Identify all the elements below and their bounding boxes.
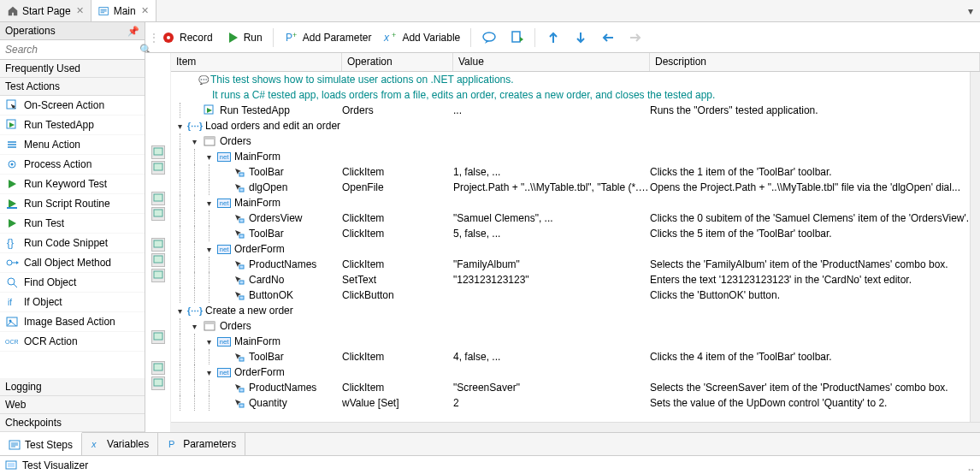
grid-row[interactable]: ToolBarClickItem5, false, ...Clicks the … xyxy=(171,226,980,241)
grid-row[interactable]: ▾netOrderForm xyxy=(171,241,980,257)
braces-blue-icon: {⋯} xyxy=(188,120,202,132)
operation-cell: Orders xyxy=(342,104,453,116)
visualizer-thumbnail-icon[interactable] xyxy=(151,145,165,159)
grid-row[interactable]: ▾{⋯}Load orders and edit an order xyxy=(171,118,980,133)
add-variable-button[interactable]: x+ Add Variable xyxy=(378,27,465,49)
tab-start-page[interactable]: Start Page ✕ xyxy=(0,0,92,21)
grid-row[interactable]: QuantitywValue [Set]2Sets the value of t… xyxy=(171,395,980,411)
grid-row[interactable]: CardNoSetText"123123123123"Enters the te… xyxy=(171,272,980,287)
comment-button[interactable] xyxy=(476,27,502,49)
resize-grip-icon[interactable]: ⣀ xyxy=(967,459,975,471)
action-process-action[interactable]: Process Action xyxy=(0,155,145,175)
collapse-icon[interactable]: ▾ xyxy=(174,121,185,131)
action-call-object-method[interactable]: Call Object Method xyxy=(0,253,145,273)
grid-row[interactable]: ▾{⋯}Create a new order xyxy=(171,303,980,318)
tab-main[interactable]: Main ✕ xyxy=(92,0,156,21)
visualizer-thumbnail-icon[interactable] xyxy=(151,253,165,267)
svg-rect-32 xyxy=(154,210,162,216)
action-menu-action[interactable]: Menu Action xyxy=(0,135,145,155)
indent-button[interactable] xyxy=(623,27,648,49)
add-parameter-button[interactable]: P+ Add Parameter xyxy=(279,27,377,49)
copy-doc-button[interactable] xyxy=(504,27,529,49)
horizontal-scrollbar[interactable] xyxy=(171,422,980,432)
collapse-icon[interactable]: ▾ xyxy=(189,137,199,146)
visualizer-thumbnail-icon[interactable] xyxy=(151,361,165,375)
collapse-icon[interactable]: ▾ xyxy=(174,306,185,316)
vertical-scrollbar[interactable] xyxy=(970,72,980,422)
operations-search: 🔍 xyxy=(0,40,145,60)
visualizer-thumbnail-icon[interactable] xyxy=(151,238,165,252)
collapse-icon[interactable]: ▾ xyxy=(204,368,214,377)
grid-row[interactable]: dlgOpenOpenFileProject.Path + "..\\MyTab… xyxy=(171,180,980,195)
action-run-keyword-test[interactable]: Run Keyword Test xyxy=(0,175,145,194)
tab-test-steps[interactable]: Test Steps xyxy=(0,432,82,455)
svg-text:x: x xyxy=(91,439,97,449)
visualizer-thumbnail-icon[interactable] xyxy=(151,330,165,344)
svg-marker-21 xyxy=(229,33,238,43)
pin-icon[interactable]: 📌 xyxy=(127,26,139,37)
visualizer-thumbnail-icon[interactable] xyxy=(151,192,165,205)
collapse-icon[interactable]: ▾ xyxy=(204,152,214,162)
search-input[interactable] xyxy=(3,42,136,57)
description-cell: Sets the value of the UpDown control 'Qu… xyxy=(650,397,980,409)
tabs-dropdown-icon[interactable]: ▾ xyxy=(961,0,980,21)
column-item[interactable]: Item xyxy=(171,53,342,71)
svg-marker-10 xyxy=(9,219,16,228)
category-checkpoints[interactable]: Checkpoints xyxy=(0,414,145,432)
category-web[interactable]: Web xyxy=(0,396,145,414)
action-run-testedapp[interactable]: Run TestedApp xyxy=(0,116,145,135)
action-run-script-routine[interactable]: Run Script Routine xyxy=(0,194,145,214)
tab-variables[interactable]: x Variables xyxy=(82,433,158,455)
tab-parameters[interactable]: P Parameters xyxy=(158,433,245,455)
grid-row[interactable]: ▾netMainForm xyxy=(171,149,980,164)
visualizer-thumbnail-icon[interactable] xyxy=(151,376,165,390)
action-ocr-action[interactable]: OCROCR Action xyxy=(0,332,145,352)
grid-row[interactable]: ▾netMainForm xyxy=(171,195,980,210)
move-down-button[interactable] xyxy=(568,27,593,49)
category-logging[interactable]: Logging xyxy=(0,378,145,396)
collapse-icon[interactable]: ▾ xyxy=(204,198,214,208)
grid-row[interactable]: ▾netOrderForm xyxy=(171,364,980,380)
column-value[interactable]: Value xyxy=(453,53,650,71)
grid-row[interactable]: ▾Orders xyxy=(171,318,980,334)
svg-point-20 xyxy=(167,36,170,39)
action-on-screen-action[interactable]: On-Screen Action xyxy=(0,96,145,116)
action-if-object[interactable]: ifIf Object xyxy=(0,293,145,312)
grid-row[interactable]: ▾netMainForm xyxy=(171,334,980,349)
visualizer-thumbnail-icon[interactable] xyxy=(151,207,165,221)
column-description[interactable]: Description xyxy=(650,53,980,71)
operation-cell: ClickItem xyxy=(342,382,453,394)
run-button[interactable]: Run xyxy=(220,27,268,49)
move-up-button[interactable] xyxy=(540,27,566,49)
collapse-icon[interactable]: ▾ xyxy=(189,322,199,331)
grid-body[interactable]: 💬 This test shows how to simulate user a… xyxy=(171,72,980,422)
outdent-button[interactable] xyxy=(595,27,621,49)
column-operation[interactable]: Operation xyxy=(342,53,453,71)
action-find-object[interactable]: Find Object xyxy=(0,273,145,293)
grid-row[interactable]: ToolBarClickItem1, false, ...Clicks the … xyxy=(171,164,980,180)
grid-row[interactable]: ButtonOKClickButtonClicks the 'ButtonOK'… xyxy=(171,287,980,303)
grid-row[interactable]: ProductNamesClickItem"ScreenSaver"Select… xyxy=(171,380,980,395)
close-icon[interactable]: ✕ xyxy=(76,5,84,16)
collapse-icon[interactable]: ▾ xyxy=(204,245,214,254)
operation-cell: ClickItem xyxy=(342,258,453,270)
grid-row[interactable]: OrdersViewClickItem"Samuel Clemens", ...… xyxy=(171,210,980,226)
action-run-test[interactable]: Run Test xyxy=(0,214,145,234)
grid-row[interactable]: ProductNamesClickItem"FamilyAlbum"Select… xyxy=(171,257,980,272)
grid-row[interactable]: ToolBarClickItem4, false, ...Clicks the … xyxy=(171,349,980,364)
category-frequently-used[interactable]: Frequently Used xyxy=(0,60,145,78)
visualizer-thumbnail-icon[interactable] xyxy=(151,269,165,282)
category-test-actions[interactable]: Test Actions xyxy=(0,78,145,96)
operation-cell: ClickButton xyxy=(342,289,453,301)
collapse-icon[interactable]: ▾ xyxy=(204,337,214,347)
action-image-based-action[interactable]: Image Based Action xyxy=(0,312,145,332)
visualizer-thumbnail-icon[interactable] xyxy=(151,161,165,175)
home-icon xyxy=(7,5,19,17)
grid-row[interactable]: ▾Orders xyxy=(171,133,980,149)
close-icon[interactable]: ✕ xyxy=(141,5,149,16)
record-button[interactable]: Record xyxy=(156,27,218,49)
grid-row[interactable]: Run TestedAppOrders...Runs the "Orders" … xyxy=(171,103,980,118)
item-label: ToolBar xyxy=(249,351,284,363)
svg-rect-46 xyxy=(239,234,244,238)
action-run-code-snippet[interactable]: {}Run Code Snippet xyxy=(0,234,145,253)
